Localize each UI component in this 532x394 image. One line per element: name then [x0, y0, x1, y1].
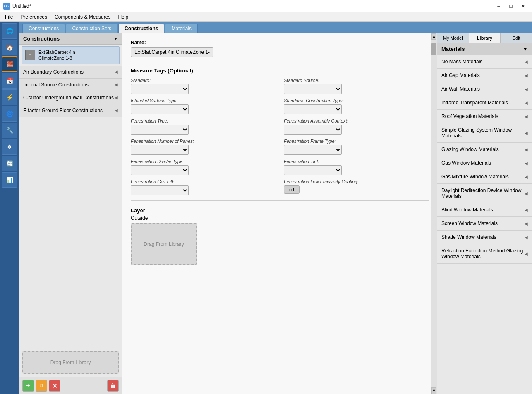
field-fenestration-number-panes: Fenestration Number of Panes:	[131, 139, 276, 155]
tab-construction-sets[interactable]: Construction Sets	[66, 24, 117, 33]
right-item-simple-glazing[interactable]: Simple Glazing System Window Materials ◀	[437, 123, 532, 143]
fenestration-frame-type-select[interactable]	[284, 145, 342, 155]
drag-from-library-left[interactable]: Drag From Library	[22, 351, 119, 374]
fenestration-number-panes-select[interactable]	[131, 145, 189, 155]
right-tab-library[interactable]: Library	[469, 33, 501, 43]
section-ffactor-label: F-factor Ground Floor Constructions	[23, 108, 103, 113]
sidebar-btn-schedules[interactable]: 📅	[2, 73, 17, 89]
section-cfactor[interactable]: C-factor Underground Wall Constructions …	[19, 91, 122, 104]
intended-surface-type-label: Intended Surface Type:	[131, 98, 276, 103]
sidebar-btn-outputs[interactable]: 📊	[2, 172, 17, 188]
intended-surface-type-select[interactable]	[131, 104, 189, 114]
sidebar-btn-service[interactable]: 🔧	[2, 123, 17, 138]
right-item-roof-vegetation[interactable]: Roof Vegetation Materials ◀	[437, 110, 532, 123]
name-label: Name:	[131, 40, 429, 46]
measure-tags-title: Measure Tags (Optional):	[131, 67, 429, 74]
right-item-air-wall[interactable]: Air Wall Materials ◀	[437, 82, 532, 96]
tab-constructions-2[interactable]: Constructions	[118, 24, 164, 33]
outside-label: Outside	[131, 215, 429, 221]
fenestration-divider-type-select[interactable]	[131, 165, 189, 175]
right-item-gas-mixture[interactable]: Gas Mixture Window Materials ◀	[437, 170, 532, 184]
maximize-button[interactable]: □	[506, 2, 516, 10]
section-air-boundary-arrow: ◀	[115, 70, 118, 74]
section-air-boundary[interactable]: Air Boundary Constructions ◀	[19, 66, 122, 79]
fenestration-low-emissivity-label: Fenestration Low Emissivity Coating:	[284, 179, 429, 184]
tabs-bar: Constructions Construction Sets Construc…	[19, 22, 532, 33]
duplicate-button[interactable]: ⧉	[36, 380, 47, 392]
tab-materials[interactable]: Materials	[165, 24, 198, 33]
field-standard: Standard:	[131, 78, 276, 94]
layer-section: Layer: Outside Drag From Library	[131, 207, 429, 265]
constructions-panel-header: Constructions ▼	[19, 33, 122, 45]
field-fenestration-divider-type: Fenestration Divider Type:	[131, 159, 276, 175]
divider-1	[131, 62, 429, 62]
tab-constructions-1[interactable]: Constructions	[22, 24, 65, 33]
fenestration-assembly-context-select[interactable]	[284, 125, 342, 135]
sidebar-btn-hvac[interactable]: 🌀	[2, 106, 17, 122]
sidebar-btn-globe[interactable]: 🌐	[2, 23, 17, 39]
field-intended-surface-type: Intended Surface Type:	[131, 98, 276, 114]
field-fenestration-gas-fill: Fenestration Gas Fill:	[131, 179, 276, 195]
standards-construction-type-select[interactable]	[284, 104, 342, 114]
right-panel: My Model Library Edit Materials ▼ No Mas…	[437, 33, 532, 394]
standard-select[interactable]	[131, 84, 189, 94]
right-panel-tabs: My Model Library Edit	[437, 33, 532, 43]
scroll-thumb[interactable]	[431, 43, 436, 55]
sidebar-btn-loads[interactable]: ⚡	[2, 89, 17, 105]
right-item-refraction[interactable]: Refraction Extinction Method Glazing Win…	[437, 244, 532, 264]
remove-button[interactable]: ✕	[49, 380, 60, 392]
fenestration-tint-select[interactable]	[284, 165, 342, 175]
edit-panel-scrollbar[interactable]: ▲ ▼	[431, 33, 437, 394]
right-item-glazing-window[interactable]: Glazing Window Materials ◀	[437, 143, 532, 156]
minimize-button[interactable]: −	[493, 2, 504, 10]
name-input[interactable]	[131, 47, 213, 57]
menu-preferences[interactable]: Preferences	[17, 13, 50, 21]
right-tab-edit[interactable]: Edit	[501, 33, 532, 43]
fenestration-divider-type-label: Fenestration Divider Type:	[131, 159, 276, 164]
field-fenestration-tint: Fenestration Tint:	[284, 159, 429, 175]
scroll-down-arrow[interactable]: ▼	[431, 387, 436, 394]
right-panel-header-arrow: ▼	[522, 46, 528, 52]
left-panel: Constructions ▼ ≡ ExtSlabCarpet 4in Clim…	[19, 33, 122, 394]
fenestration-low-emissivity-toggle[interactable]: off	[284, 185, 300, 194]
construction-item-name2: ClimateZone 1-8	[38, 55, 75, 61]
main-content: Constructions Construction Sets Construc…	[19, 22, 532, 394]
right-tab-my-model[interactable]: My Model	[437, 33, 469, 43]
construction-item-icon: ≡	[25, 50, 35, 60]
right-item-infrared-transparent[interactable]: Infrared Transparent Materials ◀	[437, 96, 532, 110]
standard-source-select[interactable]	[284, 84, 342, 94]
field-fenestration-type: Fenestration Type:	[131, 118, 276, 135]
right-item-no-mass[interactable]: No Mass Materials ◀	[437, 55, 532, 69]
app-title: Untitled*	[12, 3, 31, 9]
construction-item-extslab[interactable]: ≡ ExtSlabCarpet 4in ClimateZone 1-8	[22, 46, 120, 64]
sidebar-btn-site[interactable]: 🏠	[2, 40, 17, 55]
icon-sidebar: 🌐 🏠 🧱 📅 ⚡ 🌀 🔧 ❄ 🔄 📊	[0, 22, 19, 394]
sidebar-btn-refrigeration[interactable]: ❄	[2, 139, 17, 155]
layer-title: Layer:	[131, 207, 429, 214]
standards-construction-type-label: Standards Construction Type:	[284, 98, 429, 103]
fenestration-type-label: Fenestration Type:	[131, 118, 276, 123]
close-button[interactable]: ✕	[518, 2, 529, 10]
delete-button[interactable]: 🗑	[107, 380, 119, 392]
fenestration-type-select[interactable]	[131, 125, 189, 135]
add-button[interactable]: +	[22, 380, 34, 392]
menu-file[interactable]: File	[2, 13, 16, 21]
field-fenestration-assembly-context: Fenestration Assembly Context:	[284, 118, 429, 135]
edit-panel: Name: Measure Tags (Optional): Standard:	[122, 33, 437, 394]
layer-drag-zone[interactable]: Drag From Library	[131, 223, 197, 265]
sidebar-btn-constructions[interactable]: 🧱	[2, 56, 17, 72]
right-panel-header-label: Materials	[441, 46, 465, 52]
right-item-daylight-redirection[interactable]: Daylight Redirection Device Window Mater…	[437, 184, 532, 203]
section-ffactor[interactable]: F-factor Ground Floor Constructions ◀	[19, 104, 122, 117]
section-internal-source[interactable]: Internal Source Constructions ◀	[19, 79, 122, 91]
right-item-shade[interactable]: Shade Window Materials ◀	[437, 231, 532, 244]
menu-help[interactable]: Help	[115, 13, 132, 21]
menu-components[interactable]: Components & Measures	[51, 13, 114, 21]
right-item-air-gap[interactable]: Air Gap Materials ◀	[437, 69, 532, 82]
right-item-blind[interactable]: Blind Window Materials ◀	[437, 203, 532, 217]
scroll-up-arrow[interactable]: ▲	[431, 33, 436, 40]
sidebar-btn-transport[interactable]: 🔄	[2, 156, 17, 171]
fenestration-gas-fill-select[interactable]	[131, 185, 189, 195]
right-item-screen[interactable]: Screen Window Materials ◀	[437, 217, 532, 231]
right-item-gas-window[interactable]: Gas Window Materials ◀	[437, 156, 532, 170]
